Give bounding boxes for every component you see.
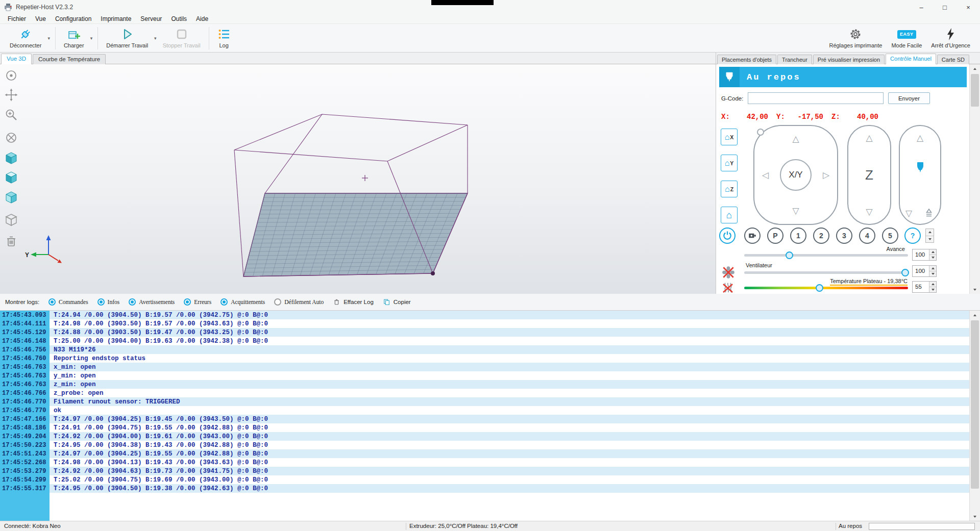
- home-z-button[interactable]: ⌂Z: [721, 181, 738, 197]
- scrollbar-thumb[interactable]: [971, 74, 979, 107]
- close-button[interactable]: ×: [957, 0, 980, 14]
- fan-off-icon[interactable]: [721, 265, 736, 280]
- log-filter-toggle[interactable]: Défilement Auto: [274, 298, 324, 306]
- fan-spinner[interactable]: [929, 266, 936, 276]
- extrude-down-button[interactable]: ▽: [905, 209, 912, 218]
- log-row[interactable]: 17:45:46.763 z_min: open: [0, 380, 969, 389]
- panel-tab[interactable]: Pré visualiser impression: [813, 55, 885, 64]
- start-job-dropdown-caret[interactable]: ▾: [153, 36, 158, 41]
- log-row[interactable]: 17:45:51.243 T:24.97 /0.00 (3904.25) B:1…: [0, 449, 969, 458]
- log-row[interactable]: 17:45:46.148 T:25.00 /0.00 (3904.00) B:1…: [0, 337, 969, 345]
- bed-temp-value-box[interactable]: 55: [912, 281, 937, 293]
- trash-icon[interactable]: [4, 234, 18, 248]
- log-row[interactable]: 17:45:48.186 T:24.91 /0.00 (3904.75) B:1…: [0, 423, 969, 432]
- scroll-up-arrow[interactable]: [970, 64, 980, 73]
- load-button[interactable]: Charger: [59, 25, 89, 52]
- copy-log-button[interactable]: Copier: [383, 298, 411, 306]
- view-top-icon[interactable]: [4, 170, 18, 185]
- preset-button[interactable]: 3: [836, 227, 852, 244]
- extrude-up-button[interactable]: △: [917, 134, 923, 142]
- bed-heat-off-icon[interactable]: [721, 282, 734, 294]
- home-y-button[interactable]: ⌂Y: [721, 155, 738, 171]
- printer-settings-button[interactable]: Réglages imprimante: [824, 25, 887, 52]
- bed-temp-spinner[interactable]: [929, 282, 936, 292]
- log-filter-toggle[interactable]: Acquittements: [220, 298, 265, 306]
- jog-x-plus-button[interactable]: ▷: [823, 171, 829, 180]
- bed-temp-slider-thumb[interactable]: [816, 284, 823, 292]
- log-row[interactable]: 17:45:46.770 ok: [0, 406, 969, 415]
- preset-button[interactable]: 2: [813, 227, 829, 244]
- extruder-select-spinner[interactable]: [925, 229, 934, 243]
- maximize-button[interactable]: □: [933, 0, 957, 14]
- load-dropdown-caret[interactable]: ▾: [89, 36, 94, 41]
- preset-button[interactable]: 5: [882, 227, 898, 244]
- disconnect-button[interactable]: Déconnecter: [5, 25, 46, 52]
- log-row[interactable]: 17:45:46.760 Reporting endstop status: [0, 354, 969, 363]
- menu-item[interactable]: Aide: [191, 14, 213, 23]
- log-filter-toggle[interactable]: Commandes: [48, 298, 88, 306]
- feedrate-spinner[interactable]: [929, 249, 936, 260]
- log-row[interactable]: 17:45:43.093 T:24.94 /0.00 (3904.50) B:1…: [0, 311, 969, 319]
- send-gcode-button[interactable]: Envoyer: [888, 92, 930, 104]
- emergency-stop-button[interactable]: Arrêt d'Urgence: [926, 25, 975, 52]
- menu-item[interactable]: Outils: [166, 14, 191, 23]
- feedrate-value-box[interactable]: 100: [912, 249, 937, 261]
- jog-z-minus-button[interactable]: ▽: [866, 208, 872, 216]
- jog-y-minus-button[interactable]: ▽: [792, 207, 799, 215]
- power-button[interactable]: [719, 227, 736, 244]
- clear-log-button[interactable]: Effacer Log: [333, 298, 374, 306]
- jog-y-plus-button[interactable]: △: [792, 135, 799, 143]
- preset-button[interactable]: P: [767, 227, 783, 244]
- home-x-button[interactable]: ⌂X: [721, 129, 738, 145]
- log-scrollbar[interactable]: [969, 311, 980, 521]
- log-filter-toggle[interactable]: Infos: [97, 298, 120, 306]
- stop-job-button[interactable]: Stopper Travail: [158, 25, 205, 52]
- scroll-up-arrow[interactable]: [970, 311, 980, 319]
- menu-item[interactable]: Serveur: [136, 14, 166, 23]
- panel-tab[interactable]: Carte SD: [937, 55, 969, 64]
- menu-item[interactable]: Configuration: [51, 14, 96, 23]
- panel-tab[interactable]: Placements d'objets: [717, 55, 776, 64]
- log-row[interactable]: 17:45:47.166 T:24.97 /0.00 (3904.25) B:1…: [0, 415, 969, 423]
- log-filter-toggle[interactable]: Erreurs: [184, 298, 211, 306]
- view-iso-icon[interactable]: [4, 151, 18, 165]
- viewport-3d[interactable]: Y: [0, 64, 716, 294]
- log-row[interactable]: 17:45:53.279 T:24.92 /0.00 (3904.63) B:1…: [0, 467, 969, 475]
- preset-button[interactable]: 1: [790, 227, 806, 244]
- preset-button[interactable]: 4: [859, 227, 875, 244]
- log-row[interactable]: 17:45:44.111 T:24.98 /0.00 (3903.50) B:1…: [0, 319, 969, 328]
- gcode-input[interactable]: [748, 92, 884, 104]
- menu-item[interactable]: Fichier: [3, 14, 31, 23]
- menu-item[interactable]: Imprimante: [96, 14, 136, 23]
- pan-view-icon[interactable]: [4, 88, 18, 102]
- start-job-button[interactable]: Démarrer Travail: [102, 25, 153, 52]
- easy-mode-button[interactable]: EASY Mode Facile: [887, 25, 926, 52]
- retract-button[interactable]: [923, 208, 935, 219]
- panel-tab[interactable]: Contrôle Manuel: [886, 54, 936, 64]
- view-tab[interactable]: Courbe de Température: [33, 54, 106, 64]
- help-button[interactable]: ?: [904, 227, 921, 244]
- log-row[interactable]: 17:45:52.268 T:24.98 /0.00 (3904.13) B:1…: [0, 458, 969, 467]
- log-row[interactable]: 17:45:46.770 Filament runout sensor: TRI…: [0, 397, 969, 406]
- log-filter-toggle[interactable]: Avertissements: [129, 298, 175, 306]
- fan-value-box[interactable]: 100: [912, 265, 937, 277]
- disconnect-dropdown-caret[interactable]: ▾: [46, 36, 52, 41]
- minimize-button[interactable]: –: [910, 0, 933, 14]
- toggle-log-button[interactable]: Log: [213, 25, 235, 52]
- zoom-icon[interactable]: [4, 108, 18, 122]
- feedrate-slider-thumb[interactable]: [786, 251, 793, 259]
- fan-slider-thumb[interactable]: [901, 269, 909, 276]
- view-tab[interactable]: Vue 3D: [1, 54, 32, 64]
- scrollbar-thumb[interactable]: [971, 320, 979, 489]
- bed-temp-slider[interactable]: [744, 287, 908, 289]
- log-row[interactable]: 17:45:54.299 T:25.02 /0.00 (3904.75) B:1…: [0, 475, 969, 484]
- home-all-button[interactable]: ⌂: [721, 207, 738, 223]
- jog-z-plus-button[interactable]: △: [866, 134, 872, 142]
- log-row[interactable]: 17:45:50.223 T:24.95 /0.00 (3904.38) B:1…: [0, 441, 969, 449]
- log-row[interactable]: 17:45:49.204 T:24.92 /0.00 (3904.00) B:1…: [0, 432, 969, 441]
- menu-item[interactable]: Vue: [31, 14, 51, 23]
- log-row[interactable]: 17:45:45.129 T:24.88 /0.00 (3903.50) B:1…: [0, 328, 969, 337]
- motors-off-button[interactable]: [744, 227, 761, 244]
- rotate-view-icon[interactable]: [4, 68, 18, 83]
- panel-scrollbar[interactable]: [969, 64, 980, 294]
